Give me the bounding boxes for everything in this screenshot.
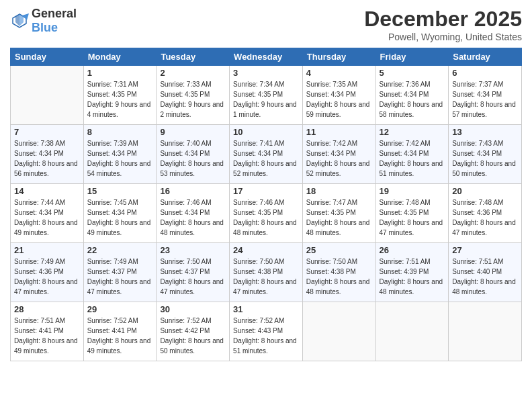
calendar-day-header: Monday [83,48,157,66]
sun-info: Sunrise: 7:37 AMSunset: 4:34 PMDaylight:… [452,79,518,120]
day-number: 22 [87,245,153,255]
calendar-day-header: Sunday [11,48,84,66]
calendar-cell: 26Sunrise: 7:51 AMSunset: 4:39 PMDayligh… [375,243,449,302]
sun-info: Sunrise: 7:51 AMSunset: 4:40 PMDaylight:… [452,257,518,297]
day-number: 13 [452,127,518,137]
sun-info: Sunrise: 7:43 AMSunset: 4:34 PMDaylight:… [452,138,518,179]
calendar-cell: 11Sunrise: 7:42 AMSunset: 4:34 PMDayligh… [302,125,375,184]
day-number: 26 [380,245,445,255]
logo-icon [10,11,29,30]
sun-info: Sunrise: 7:46 AMSunset: 4:34 PMDaylight:… [160,197,226,238]
sun-info: Sunrise: 7:52 AMSunset: 4:43 PMDaylight:… [233,316,299,356]
calendar-cell: 20Sunrise: 7:48 AMSunset: 4:36 PMDayligh… [449,184,522,243]
page: General Blue December 2025 Powell, Wyomi… [0,0,532,411]
calendar-day-header: Tuesday [157,48,230,66]
calendar-week-row: 21Sunrise: 7:49 AMSunset: 4:36 PMDayligh… [11,243,522,302]
logo-text: General Blue [32,7,77,35]
sun-info: Sunrise: 7:39 AMSunset: 4:34 PMDaylight:… [87,138,153,179]
sun-info: Sunrise: 7:47 AMSunset: 4:35 PMDaylight:… [306,197,372,238]
day-number: 9 [160,127,226,137]
calendar-cell: 2Sunrise: 7:33 AMSunset: 4:35 PMDaylight… [157,66,230,125]
calendar-cell: 16Sunrise: 7:46 AMSunset: 4:34 PMDayligh… [157,184,230,243]
calendar-cell: 13Sunrise: 7:43 AMSunset: 4:34 PMDayligh… [449,125,522,184]
day-number: 12 [380,127,445,137]
day-number: 21 [14,245,80,255]
sun-info: Sunrise: 7:34 AMSunset: 4:35 PMDaylight:… [233,79,299,120]
sun-info: Sunrise: 7:42 AMSunset: 4:34 PMDaylight:… [380,138,445,179]
calendar-day-header: Wednesday [230,48,303,66]
day-number: 28 [14,304,80,314]
day-number: 2 [160,68,226,78]
calendar-cell: 25Sunrise: 7:50 AMSunset: 4:38 PMDayligh… [302,243,375,302]
day-number: 1 [87,68,153,78]
calendar-cell: 8Sunrise: 7:39 AMSunset: 4:34 PMDaylight… [83,125,157,184]
day-number: 11 [306,127,372,137]
day-number: 27 [452,245,518,255]
sun-info: Sunrise: 7:52 AMSunset: 4:42 PMDaylight:… [160,316,226,356]
sun-info: Sunrise: 7:42 AMSunset: 4:34 PMDaylight:… [306,138,372,179]
location: Powell, Wyoming, United States [364,32,522,42]
day-number: 4 [306,68,372,78]
sun-info: Sunrise: 7:51 AMSunset: 4:41 PMDaylight:… [14,316,80,356]
calendar: SundayMondayTuesdayWednesdayThursdayFrid… [10,48,522,361]
day-number: 30 [160,304,226,314]
day-number: 15 [87,186,153,196]
sun-info: Sunrise: 7:48 AMSunset: 4:35 PMDaylight:… [380,197,445,238]
day-number: 24 [233,245,299,255]
calendar-cell: 10Sunrise: 7:41 AMSunset: 4:34 PMDayligh… [230,125,303,184]
calendar-cell: 4Sunrise: 7:35 AMSunset: 4:34 PMDaylight… [302,66,375,125]
calendar-cell: 15Sunrise: 7:45 AMSunset: 4:34 PMDayligh… [83,184,157,243]
day-number: 29 [87,304,153,314]
day-number: 3 [233,68,299,78]
calendar-cell: 17Sunrise: 7:46 AMSunset: 4:35 PMDayligh… [230,184,303,243]
sun-info: Sunrise: 7:38 AMSunset: 4:34 PMDaylight:… [14,138,80,179]
calendar-day-header: Thursday [302,48,375,66]
calendar-cell: 23Sunrise: 7:50 AMSunset: 4:37 PMDayligh… [157,243,230,302]
day-number: 17 [233,186,299,196]
calendar-cell: 22Sunrise: 7:49 AMSunset: 4:37 PMDayligh… [83,243,157,302]
calendar-day-header: Friday [375,48,449,66]
calendar-cell: 7Sunrise: 7:38 AMSunset: 4:34 PMDaylight… [11,125,84,184]
sun-info: Sunrise: 7:33 AMSunset: 4:35 PMDaylight:… [160,79,226,120]
day-number: 20 [452,186,518,196]
day-number: 14 [14,186,80,196]
calendar-cell: 5Sunrise: 7:36 AMSunset: 4:34 PMDaylight… [375,66,449,125]
sun-info: Sunrise: 7:50 AMSunset: 4:38 PMDaylight:… [233,257,299,297]
sun-info: Sunrise: 7:49 AMSunset: 4:36 PMDaylight:… [14,257,80,297]
day-number: 16 [160,186,226,196]
day-number: 7 [14,127,80,137]
day-number: 5 [380,68,445,78]
calendar-cell: 12Sunrise: 7:42 AMSunset: 4:34 PMDayligh… [375,125,449,184]
calendar-cell [11,66,84,125]
month-title: December 2025 [364,7,522,32]
sun-info: Sunrise: 7:44 AMSunset: 4:34 PMDaylight:… [14,197,80,238]
calendar-cell: 3Sunrise: 7:34 AMSunset: 4:35 PMDaylight… [230,66,303,125]
day-number: 25 [306,245,372,255]
day-number: 23 [160,245,226,255]
day-number: 31 [233,304,299,314]
day-number: 19 [380,186,445,196]
calendar-cell: 31Sunrise: 7:52 AMSunset: 4:43 PMDayligh… [230,302,303,361]
title-area: December 2025 Powell, Wyoming, United St… [364,7,522,42]
calendar-cell: 21Sunrise: 7:49 AMSunset: 4:36 PMDayligh… [11,243,84,302]
calendar-week-row: 28Sunrise: 7:51 AMSunset: 4:41 PMDayligh… [11,302,522,361]
sun-info: Sunrise: 7:49 AMSunset: 4:37 PMDaylight:… [87,257,153,297]
day-number: 10 [233,127,299,137]
calendar-cell: 14Sunrise: 7:44 AMSunset: 4:34 PMDayligh… [11,184,84,243]
calendar-cell: 19Sunrise: 7:48 AMSunset: 4:35 PMDayligh… [375,184,449,243]
calendar-header-row: SundayMondayTuesdayWednesdayThursdayFrid… [11,48,522,66]
sun-info: Sunrise: 7:41 AMSunset: 4:34 PMDaylight:… [233,138,299,179]
calendar-day-header: Saturday [449,48,522,66]
calendar-cell: 27Sunrise: 7:51 AMSunset: 4:40 PMDayligh… [449,243,522,302]
sun-info: Sunrise: 7:52 AMSunset: 4:41 PMDaylight:… [87,316,153,356]
calendar-cell: 28Sunrise: 7:51 AMSunset: 4:41 PMDayligh… [11,302,84,361]
sun-info: Sunrise: 7:46 AMSunset: 4:35 PMDaylight:… [233,197,299,238]
calendar-week-row: 14Sunrise: 7:44 AMSunset: 4:34 PMDayligh… [11,184,522,243]
sun-info: Sunrise: 7:50 AMSunset: 4:38 PMDaylight:… [306,257,372,297]
calendar-week-row: 7Sunrise: 7:38 AMSunset: 4:34 PMDaylight… [11,125,522,184]
calendar-cell: 6Sunrise: 7:37 AMSunset: 4:34 PMDaylight… [449,66,522,125]
logo: General Blue [10,7,77,35]
calendar-cell: 24Sunrise: 7:50 AMSunset: 4:38 PMDayligh… [230,243,303,302]
sun-info: Sunrise: 7:50 AMSunset: 4:37 PMDaylight:… [160,257,226,297]
sun-info: Sunrise: 7:45 AMSunset: 4:34 PMDaylight:… [87,197,153,238]
